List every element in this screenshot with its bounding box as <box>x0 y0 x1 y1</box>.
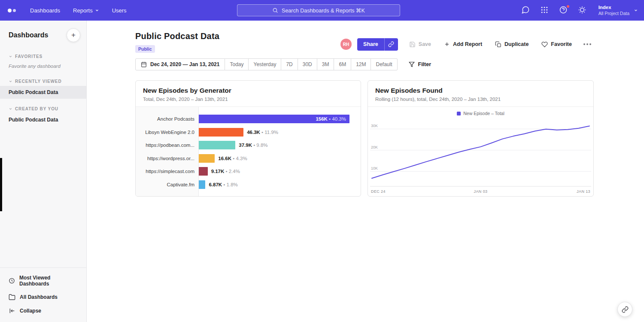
screen-artifact <box>0 158 2 211</box>
avatar[interactable]: RH <box>340 39 352 50</box>
nav-reports[interactable]: Reports <box>67 0 106 21</box>
chevron-down-icon <box>9 79 12 83</box>
main-content: Public Podcast Data Public RH Share Save… <box>87 21 644 322</box>
save-label: Save <box>419 41 431 47</box>
save-button[interactable]: Save <box>409 41 431 48</box>
bar-row: https://simplecast.com9.17K • 2.4% <box>136 165 361 178</box>
nav-dashboards[interactable]: Dashboards <box>24 0 67 21</box>
bar-value-label: 9.17K • 2.4% <box>211 169 240 174</box>
y-axis-tick: 10K <box>371 166 378 170</box>
sidebar: Dashboards + Favorites Favorite any dash… <box>0 21 87 322</box>
sidebar-item-public-podcast-data[interactable]: Public Podcast Data <box>0 113 86 126</box>
x-axis-tick: DEC 24 <box>371 189 386 194</box>
report-card-new-episodes-found[interactable]: New Episodes Found Rolling (12 hours), t… <box>368 80 594 197</box>
copy-link-fab[interactable] <box>617 302 632 317</box>
filter-icon <box>409 61 415 67</box>
sidebar-title: Dashboards <box>9 31 48 39</box>
copy-icon <box>495 41 501 48</box>
share-button[interactable]: Share <box>357 38 384 51</box>
bar-category-label: Captivate.fm <box>136 182 199 187</box>
clock-icon <box>9 277 15 284</box>
chart-legend: New Episode – Total <box>368 107 593 116</box>
date-preset-6m[interactable]: 6M <box>334 58 351 70</box>
notification-badge <box>566 5 570 8</box>
apps-grid-icon[interactable] <box>540 6 550 15</box>
plus-icon <box>444 41 450 47</box>
bar-segment[interactable] <box>199 180 205 189</box>
filter-button[interactable]: Filter <box>409 61 431 67</box>
folder-icon <box>9 294 15 301</box>
all-dashboards-button[interactable]: All Dashboards <box>0 290 86 304</box>
date-preset-yesterday[interactable]: Yesterday <box>249 58 281 70</box>
report-card-new-episodes-by-generator[interactable]: New Episodes by Generator Total, Dec 24t… <box>135 80 361 197</box>
bar-row: https://podbean.com...37.9K • 9.8% <box>136 139 361 152</box>
chevron-down-icon <box>9 107 12 111</box>
bar-row: https://wordpress.or...16.6K • 4.3% <box>136 152 361 165</box>
nav-dashboards-label: Dashboards <box>30 7 60 14</box>
x-axis-tick: JAN 13 <box>577 189 590 194</box>
add-report-label: Add Report <box>453 41 482 47</box>
heart-icon <box>541 41 548 48</box>
filter-label: Filter <box>418 61 431 67</box>
date-range-label: Dec 24, 2020 — Jan 13, 2021 <box>150 61 219 67</box>
project-name: Index <box>598 4 629 11</box>
chevron-down-icon <box>95 8 99 12</box>
chevron-down-icon <box>634 8 638 12</box>
nav-users-label: Users <box>112 7 127 14</box>
section-created-by-you[interactable]: Created by You <box>0 103 86 113</box>
bar-segment[interactable] <box>199 141 235 149</box>
bar-row: Libsyn WebEngine 2.046.3K • 11.9% <box>136 126 361 139</box>
most-viewed-dashboards-button[interactable]: Most Viewed Dashboards <box>0 271 86 290</box>
messages-icon[interactable] <box>521 6 531 15</box>
add-report-button[interactable]: Add Report <box>444 41 482 47</box>
bar-value-label: 6.87K • 1.8% <box>209 182 237 187</box>
bar-segment[interactable] <box>199 154 215 163</box>
line-series[interactable] <box>372 126 589 178</box>
copy-link-button[interactable] <box>384 38 398 51</box>
bar-category-label: Libsyn WebEngine 2.0 <box>136 130 199 135</box>
date-preset-today[interactable]: Today <box>225 58 249 70</box>
favorites-empty-text: Favorite any dashboard <box>0 61 86 71</box>
date-preset-3m[interactable]: 3M <box>317 58 334 70</box>
section-favorites[interactable]: Favorites <box>0 51 86 61</box>
favorite-button[interactable]: Favorite <box>541 41 572 48</box>
bar-segment[interactable] <box>199 167 208 176</box>
help-icon[interactable] <box>559 6 568 15</box>
bar-segment[interactable] <box>199 128 243 137</box>
bar-value-label: 37.9K • 9.8% <box>239 143 267 148</box>
chevron-down-icon <box>9 55 12 58</box>
more-options-button[interactable] <box>581 41 593 47</box>
bar-category-label: Anchor Podcasts <box>136 116 199 122</box>
date-preset-7d[interactable]: 7D <box>281 58 298 70</box>
primary-nav: Dashboards Reports Users <box>24 0 133 21</box>
date-preset-30d[interactable]: 30D <box>298 58 317 70</box>
date-range-picker[interactable]: Dec 24, 2020 — Jan 13, 2021 <box>135 58 225 70</box>
bar-value-label: 46.3K • 11.9% <box>247 130 278 135</box>
link-icon <box>388 41 394 47</box>
logo-dot-icon <box>13 9 16 12</box>
bar-chart: Anchor Podcasts156K • 40.3%Libsyn WebEng… <box>136 107 361 196</box>
global-search-input[interactable]: Search Dashboards & Reports ⌘K <box>237 4 400 16</box>
search-icon <box>272 7 278 13</box>
bar-chart-rows: Anchor Podcasts156K • 40.3%Libsyn WebEng… <box>136 107 361 191</box>
add-dashboard-button[interactable]: + <box>67 28 80 42</box>
search-placeholder: Search Dashboards & Reports ⌘K <box>282 7 365 14</box>
bar-segment[interactable]: 156K • 40.3% <box>199 115 349 123</box>
dashboard-actions: RH Share Save Add Report Duplicate Favor… <box>340 38 593 51</box>
link-icon <box>622 306 629 313</box>
date-preset-default[interactable]: Default <box>371 58 397 70</box>
sidebar-item-public-podcast-data[interactable]: Public Podcast Data <box>0 86 86 99</box>
collapse-label: Collapse <box>20 308 41 314</box>
app-logo[interactable] <box>8 9 16 12</box>
settings-gear-icon[interactable] <box>578 6 587 15</box>
duplicate-button[interactable]: Duplicate <box>495 41 529 48</box>
sidebar-footer: Most Viewed Dashboards All Dashboards Co… <box>0 267 86 322</box>
most-viewed-label: Most Viewed Dashboards <box>19 275 78 287</box>
bar-value-label: 16.6K • 4.3% <box>218 156 247 161</box>
project-switcher[interactable]: Index All Project Data <box>598 4 638 17</box>
collapse-sidebar-button[interactable]: Collapse <box>0 304 86 318</box>
all-dashboards-label: All Dashboards <box>20 294 58 300</box>
section-recently-viewed[interactable]: Recently Viewed <box>0 76 86 86</box>
nav-users[interactable]: Users <box>106 0 133 21</box>
date-preset-12m[interactable]: 12M <box>351 58 371 70</box>
